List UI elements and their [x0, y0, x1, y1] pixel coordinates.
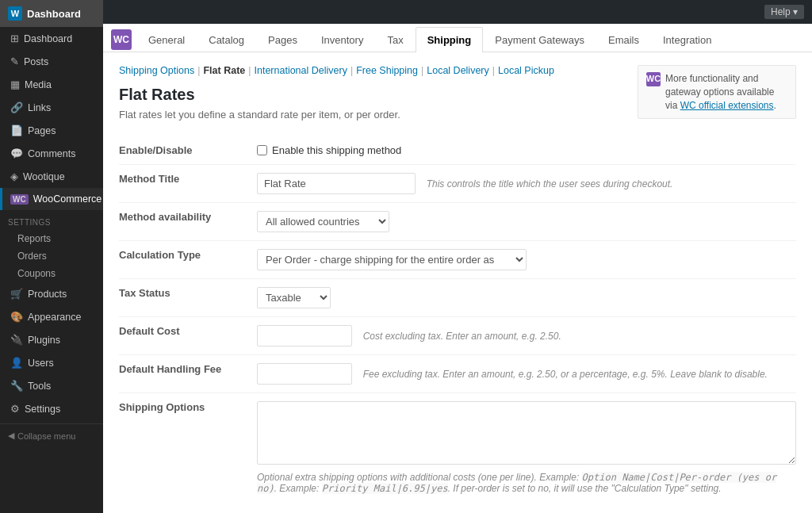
sidebar-item-orders[interactable]: Orders [0, 247, 103, 265]
enable-disable-label: Enable/Disable [119, 136, 257, 165]
tax-status-select[interactable]: Taxable None [257, 287, 331, 308]
default-handling-fee-row: Default Handling Fee Fee excluding tax. … [119, 355, 796, 393]
sidebar-item-wootique[interactable]: ◈ Wootique [0, 165, 103, 188]
pages-icon: 📄 [10, 124, 23, 136]
plugins-icon: 🔌 [10, 334, 23, 346]
sidebar-item-label: Comments [28, 148, 75, 159]
dashboard-icon: W [8, 6, 22, 21]
breadcrumb-international[interactable]: International Delivery [255, 65, 347, 76]
default-handling-fee-input[interactable] [257, 363, 352, 385]
sidebar-item-media[interactable]: ▦ Media [0, 73, 103, 96]
tab-payment-gateways[interactable]: Payment Gateways [483, 27, 596, 52]
topbar: Help ▾ [103, 0, 812, 24]
sidebar-item-coupons[interactable]: Coupons [0, 265, 103, 282]
sidebar-item-label: Media [25, 79, 52, 90]
enable-checkbox[interactable] [257, 145, 267, 155]
shipping-options-code2: Priority Mail|6.95|yes [322, 483, 448, 494]
comments-icon: 💬 [10, 147, 23, 159]
breadcrumb-current: Flat Rate [203, 65, 245, 76]
sidebar-item-label: Links [28, 102, 51, 113]
tab-pages[interactable]: Pages [256, 27, 309, 52]
method-availability-select[interactable]: All allowed countries Specific countries [257, 211, 389, 232]
default-handling-fee-label: Default Handling Fee [119, 355, 257, 393]
sidebar-item-comments[interactable]: 💬 Comments [0, 142, 103, 165]
default-cost-input[interactable] [257, 325, 352, 346]
notice-box: WC More functionality and gateway option… [638, 65, 796, 119]
tax-status-label: Tax Status [119, 279, 257, 317]
default-handling-fee-hint: Fee excluding tax. Enter an amount, e.g.… [363, 369, 768, 380]
method-title-hint: This controls the title which the user s… [427, 178, 673, 190]
method-title-label: Method Title [119, 165, 257, 203]
sidebar-item-label: Settings [25, 404, 60, 415]
breadcrumb-free-shipping[interactable]: Free Shipping [356, 65, 418, 76]
sidebar-item-pages[interactable]: 📄 Pages [0, 119, 103, 142]
enable-checkbox-label[interactable]: Enable this shipping method [257, 144, 796, 156]
sidebar-item-links[interactable]: 🔗 Links [0, 96, 103, 119]
notice-text: More functionality and gateway options a… [665, 72, 787, 112]
sidebar-item-users[interactable]: 👤 Users [0, 351, 103, 374]
sidebar-logo-label: Dashboard [27, 8, 81, 20]
tools-icon: 🔧 [10, 380, 23, 392]
woocommerce-icon: WC [10, 194, 29, 205]
shipping-options-note: Optional extra shipping options with add… [257, 472, 796, 494]
products-icon: 🛒 [10, 288, 23, 300]
enable-checkbox-text: Enable this shipping method [272, 144, 401, 156]
tab-catalog[interactable]: Catalog [197, 27, 256, 52]
method-availability-row: Method availability All allowed countrie… [119, 203, 796, 241]
calculation-type-select[interactable]: Per Order - charge shipping for the enti… [257, 249, 527, 270]
collapse-icon: ◀ [8, 431, 14, 441]
links-icon: 🔗 [10, 101, 23, 113]
collapse-menu[interactable]: ◀ Collapse menu [0, 423, 103, 447]
content-area: WC More functionality and gateway option… [103, 52, 812, 513]
breadcrumb-local-delivery[interactable]: Local Delivery [427, 65, 489, 76]
sidebar-item-plugins[interactable]: 🔌 Plugins [0, 328, 103, 351]
tab-emails[interactable]: Emails [596, 27, 651, 52]
method-title-input[interactable]: Flat Rate [257, 173, 416, 194]
sidebar-item-label: Products [28, 289, 67, 300]
sidebar-item-posts[interactable]: ✎ Posts [0, 50, 103, 73]
shipping-options-textarea[interactable] [257, 401, 796, 465]
sidebar-item-label: WooCommerce [33, 193, 102, 205]
dashboard-grid-icon: ⊞ [10, 33, 19, 44]
sidebar-item-label: Dashboard [24, 33, 72, 44]
notice-link[interactable]: WC official extensions [680, 100, 774, 111]
sidebar-logo[interactable]: W Dashboard [0, 0, 103, 27]
sidebar-item-tools[interactable]: 🔧 Tools [0, 374, 103, 397]
sidebar-item-reports[interactable]: Reports [0, 230, 103, 247]
tab-integration[interactable]: Integration [651, 27, 723, 52]
calculation-type-row: Calculation Type Per Order - charge ship… [119, 241, 796, 279]
shipping-options-row: Shipping Options Optional extra shipping… [119, 393, 796, 503]
tab-tax[interactable]: Tax [375, 27, 415, 52]
sidebar-item-products[interactable]: 🛒 Products [0, 282, 103, 305]
sidebar-item-dashboard[interactable]: ⊞ Dashboard [0, 27, 103, 50]
users-icon: 👤 [10, 357, 23, 369]
wootique-icon: ◈ [10, 170, 18, 182]
help-button[interactable]: Help ▾ [764, 5, 804, 19]
tab-shipping[interactable]: Shipping [416, 27, 484, 52]
settings-form: Enable/Disable Enable this shipping meth… [119, 136, 796, 502]
sidebar-item-appearance[interactable]: 🎨 Appearance [0, 305, 103, 328]
tab-general[interactable]: General [136, 27, 197, 52]
breadcrumb-shipping-options[interactable]: Shipping Options [119, 65, 194, 76]
tab-inventory[interactable]: Inventory [309, 27, 375, 52]
default-cost-label: Default Cost [119, 317, 257, 355]
sidebar-item-label: Plugins [28, 335, 60, 346]
method-title-row: Method Title Flat Rate This controls the… [119, 165, 796, 203]
tab-bar: WC General Catalog Pages Inventory Tax S… [103, 24, 812, 52]
media-icon: ▦ [10, 78, 20, 90]
collapse-label: Collapse menu [17, 431, 75, 441]
notice-wc-icon: WC [646, 72, 661, 86]
sidebar-item-label: Users [28, 358, 54, 369]
sidebar-item-label: Tools [28, 381, 51, 392]
sidebar-item-label: Posts [24, 56, 48, 67]
breadcrumb-local-pickup[interactable]: Local Pickup [498, 65, 554, 76]
main-area: Help ▾ WC General Catalog Pages Inventor… [103, 0, 812, 513]
breadcrumb: Shipping Options | Flat Rate | Internati… [119, 65, 630, 76]
default-cost-hint: Cost excluding tax. Enter an amount, e.g… [363, 331, 561, 342]
sidebar-item-label: Pages [28, 125, 56, 136]
sidebar-item-woocommerce[interactable]: WC WooCommerce [0, 188, 103, 210]
sidebar-item-settings[interactable]: ⚙ Settings [0, 397, 103, 420]
default-cost-row: Default Cost Cost excluding tax. Enter a… [119, 317, 796, 355]
sidebar: W Dashboard ⊞ Dashboard ✎ Posts ▦ Media … [0, 0, 103, 513]
wc-tabs-icon: WC [111, 29, 132, 50]
